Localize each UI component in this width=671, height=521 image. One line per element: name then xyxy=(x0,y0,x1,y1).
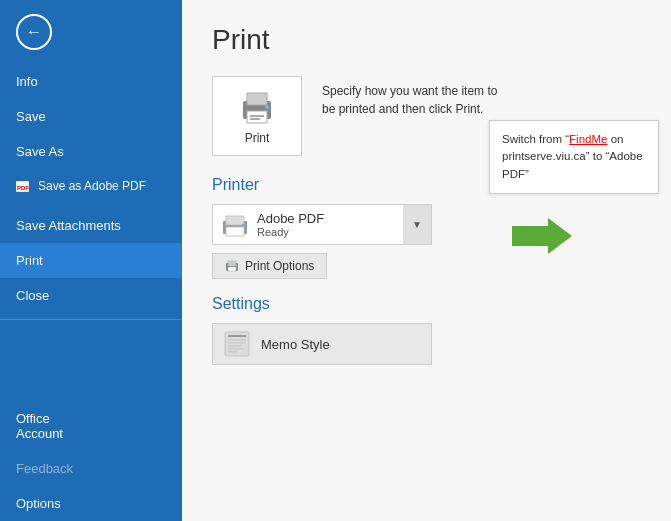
svg-rect-24 xyxy=(228,348,244,350)
memo-style-button[interactable]: Memo Style xyxy=(212,323,432,365)
svg-rect-12 xyxy=(226,227,244,236)
sidebar-item-office-account[interactable]: OfficeAccount xyxy=(0,401,182,451)
tooltip-link[interactable]: FindMe xyxy=(569,133,607,145)
sidebar-item-close[interactable]: Close xyxy=(0,278,182,313)
svg-rect-5 xyxy=(247,93,267,105)
svg-point-7 xyxy=(265,105,269,109)
sidebar-item-label: Save xyxy=(16,109,46,124)
printer-dropdown-icon xyxy=(221,213,249,237)
sidebar-item-save-attachments[interactable]: Save Attachments xyxy=(0,208,182,243)
tooltip-text-before: Switch from “ xyxy=(502,133,569,145)
svg-rect-21 xyxy=(228,339,246,341)
page-title: Print xyxy=(212,24,641,56)
svg-point-18 xyxy=(235,265,237,267)
svg-rect-17 xyxy=(228,267,236,271)
sidebar-item-save-as-pdf[interactable]: PDF Save as Adobe PDF xyxy=(0,169,182,208)
sidebar-item-info[interactable]: Info xyxy=(0,64,182,99)
sidebar-item-label: Save Attachments xyxy=(16,218,121,233)
printer-info: Adobe PDF Ready xyxy=(257,211,423,238)
sidebar-item-label: Options xyxy=(16,496,61,511)
sidebar: ← Info Save Save As PDF Save as Adobe PD… xyxy=(0,0,182,521)
sidebar-item-label: Save as Adobe PDF xyxy=(38,179,146,195)
svg-rect-11 xyxy=(226,216,244,225)
svg-rect-8 xyxy=(250,115,264,117)
printer-dropdown-wrapper: Adobe PDF Ready ▼ xyxy=(212,204,432,245)
svg-point-13 xyxy=(242,223,245,226)
settings-section: Settings Memo Style xyxy=(212,295,641,365)
print-options-icon xyxy=(225,259,239,273)
sidebar-item-label: Feedback xyxy=(16,461,73,476)
pdf-icon: PDF xyxy=(16,181,32,198)
sidebar-item-label: Info xyxy=(16,74,38,89)
sidebar-item-label: Save As xyxy=(16,144,64,159)
dropdown-arrow-icon[interactable]: ▼ xyxy=(403,205,431,244)
sidebar-item-feedback[interactable]: Feedback xyxy=(0,451,182,486)
sidebar-item-save-as[interactable]: Save As xyxy=(0,134,182,169)
main-content: Print Print Specify how you want the ite… xyxy=(182,0,671,521)
sidebar-item-print[interactable]: Print xyxy=(0,243,182,278)
sidebar-item-options[interactable]: Options xyxy=(0,486,182,521)
settings-section-title: Settings xyxy=(212,295,641,313)
svg-rect-22 xyxy=(228,342,246,344)
print-label: Print xyxy=(245,131,270,145)
printer-status: Ready xyxy=(257,226,423,238)
back-icon: ← xyxy=(26,23,42,41)
sidebar-bottom: OfficeAccount Feedback Options xyxy=(0,401,182,521)
print-icon-box[interactable]: Print xyxy=(212,76,302,156)
memo-icon xyxy=(223,330,251,358)
svg-text:PDF: PDF xyxy=(17,185,29,191)
svg-rect-20 xyxy=(228,335,246,337)
svg-rect-25 xyxy=(228,351,238,353)
print-description: Specify how you want the item to be prin… xyxy=(322,76,502,118)
sidebar-item-save[interactable]: Save xyxy=(0,99,182,134)
back-button[interactable]: ← xyxy=(16,14,52,50)
printer-name: Adobe PDF xyxy=(257,211,423,226)
print-options-button[interactable]: Print Options xyxy=(212,253,327,279)
svg-rect-16 xyxy=(228,261,236,266)
memo-style-label: Memo Style xyxy=(261,337,330,352)
printer-icon xyxy=(237,87,277,127)
sidebar-item-label: Close xyxy=(16,288,49,303)
svg-rect-23 xyxy=(228,345,242,347)
print-options-label: Print Options xyxy=(245,259,314,273)
svg-rect-9 xyxy=(250,118,260,120)
svg-marker-14 xyxy=(512,218,572,254)
green-arrow-right xyxy=(512,218,572,258)
sidebar-item-label: Print xyxy=(16,253,43,268)
tooltip-box: Switch from “FindMe on printserve.viu.ca… xyxy=(489,120,659,194)
printer-dropdown[interactable]: Adobe PDF Ready ▼ xyxy=(212,204,432,245)
sidebar-item-label: OfficeAccount xyxy=(16,411,63,441)
